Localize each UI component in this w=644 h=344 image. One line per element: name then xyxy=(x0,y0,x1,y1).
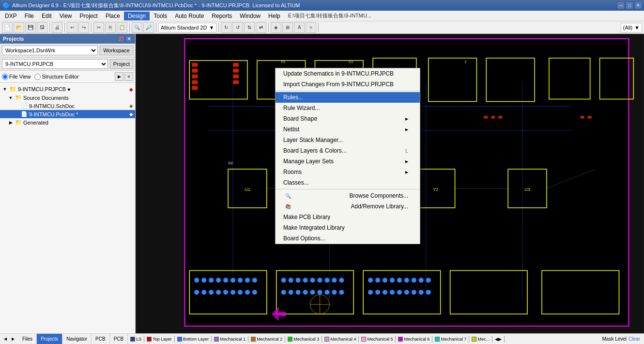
tb-flip2[interactable]: ⇄ xyxy=(256,22,266,33)
menu-window[interactable]: Window xyxy=(236,12,264,20)
layer-tab-bottom[interactable]: Bottom Layer xyxy=(175,336,212,343)
layer-color-ls xyxy=(130,337,135,342)
dd-board-layers[interactable]: Board Layers & Colors... L xyxy=(276,145,420,156)
menu-view[interactable]: View xyxy=(56,12,76,20)
dd-rules[interactable]: Rules... xyxy=(276,92,420,103)
svg-point-36 xyxy=(238,278,243,282)
layer-tab-mech1[interactable]: Mechanical 1 xyxy=(212,336,248,343)
svg-rect-18 xyxy=(233,80,239,84)
menu-tools[interactable]: Tools xyxy=(150,12,171,20)
tb-new[interactable]: 📄 xyxy=(2,22,13,33)
file-view-radio[interactable]: File View xyxy=(2,74,31,80)
view-dropdown[interactable]: Altium Standard 2D ▼ xyxy=(158,23,216,32)
workspace-button[interactable]: Workspace xyxy=(100,46,133,55)
workspace-select[interactable]: Workspace1.DsnWrk xyxy=(2,46,98,55)
dd-netlist[interactable]: Netlist ▶ xyxy=(276,124,420,135)
status-tab-projects[interactable]: Projects xyxy=(37,334,62,344)
menu-edit[interactable]: Edit xyxy=(38,12,56,20)
tb-sep7 xyxy=(268,23,269,32)
tb-undo[interactable]: ↩ xyxy=(67,22,77,33)
dd-update-schematics[interactable]: Update Schematics in 9-INTMCU.PRJPCB xyxy=(276,68,420,79)
dd-rule-wizard[interactable]: Rule Wizard... xyxy=(276,103,420,113)
status-tab-files[interactable]: Files xyxy=(18,334,37,344)
layer-tab-top[interactable]: Top Layer xyxy=(144,336,175,343)
layer-tab-mech4[interactable]: Mechanical 4 xyxy=(322,336,359,343)
tb-flip1[interactable]: ⇅ xyxy=(244,22,255,33)
project-button[interactable]: Project xyxy=(110,59,133,69)
dd-rooms[interactable]: Rooms ▶ xyxy=(276,167,420,177)
menu-help[interactable]: Help xyxy=(264,12,284,20)
tb-text[interactable]: A xyxy=(294,22,305,33)
clear-label[interactable]: Clear xyxy=(629,336,640,342)
menu-reports[interactable]: Reports xyxy=(208,12,236,20)
tb-zoom[interactable]: 🔍 xyxy=(132,22,142,33)
minimize-button[interactable]: ─ xyxy=(617,1,625,9)
tree-source-docs[interactable]: ▼ 📁 Source Documents xyxy=(0,94,135,102)
dd-manage-layer-sets[interactable]: Manage Layer Sets ▶ xyxy=(276,156,420,167)
close-button[interactable]: ✕ xyxy=(634,1,642,9)
tb-zoom2[interactable]: 🔎 xyxy=(143,22,154,33)
tb-save-all[interactable]: 🖫 xyxy=(37,22,47,33)
tb-rotate1[interactable]: ↻ xyxy=(221,22,231,33)
layer-tab-ls[interactable]: LS xyxy=(128,336,144,343)
layer-tab-mech-more[interactable]: Mec... xyxy=(469,336,492,343)
tree-pcbdoc[interactable]: 📄 9-INTMCU.PcbDoc * ◆ xyxy=(0,110,135,118)
tb-print[interactable]: 🖨 xyxy=(52,22,62,33)
tb-redo[interactable]: ↪ xyxy=(78,22,89,33)
tree-prjpcb[interactable]: ▼ 📁 9-INTMCU.PRJPCB ● ◆ xyxy=(0,85,135,94)
tb-component[interactable]: ◈ xyxy=(271,22,281,33)
status-nav-next[interactable]: ▶ xyxy=(10,336,16,343)
tb-wire[interactable]: ⊞ xyxy=(282,22,293,33)
layer-tab-mech7[interactable]: Mechanical 7 xyxy=(432,336,469,343)
dd-make-pcb-library[interactable]: Make PCB Library xyxy=(276,212,420,222)
dd-board-options[interactable]: Board Options... xyxy=(276,233,420,244)
layer-tab-mech2[interactable]: Mechanical 2 xyxy=(248,336,285,343)
svg-point-50 xyxy=(296,278,301,282)
menu-project[interactable]: Project xyxy=(76,12,102,20)
layer-tab-scroll[interactable]: ◀▶ xyxy=(492,336,505,343)
layer-tab-mech5[interactable]: Mechanical 5 xyxy=(359,336,396,343)
tb-cut[interactable]: ✂ xyxy=(93,22,104,33)
menu-design[interactable]: Design xyxy=(124,12,150,20)
project-select[interactable]: 9-INTMCU.PRJPCB xyxy=(2,59,108,69)
svg-point-30 xyxy=(194,278,199,282)
tb-net[interactable]: ≈ xyxy=(306,22,316,33)
file-path: E:\项目七集\转接板合集\9-INTMU... xyxy=(284,11,643,20)
tree-schdoc[interactable]: 📄 9-INTMCU.SchDoc ◆ xyxy=(0,102,135,110)
tb-open[interactable]: 📂 xyxy=(14,22,24,33)
menu-autoroute[interactable]: Auto Route xyxy=(171,12,208,20)
tb-paste[interactable]: 📋 xyxy=(117,22,127,33)
tb-save[interactable]: 💾 xyxy=(25,22,36,33)
svg-rect-101 xyxy=(498,116,502,118)
menu-place[interactable]: Place xyxy=(102,12,124,20)
status-tab-pcb[interactable]: PCB xyxy=(92,334,110,344)
view-icon-2[interactable]: ≡ xyxy=(124,72,133,81)
svg-point-71 xyxy=(404,278,409,282)
dd-board-shape[interactable]: Board Shape ▶ xyxy=(276,113,420,124)
panel-close[interactable]: ✕ xyxy=(125,35,132,42)
dd-browse-components[interactable]: 🔍 Browse Components... xyxy=(276,190,420,201)
menu-dxp[interactable]: DXP xyxy=(1,12,21,20)
dd-import-changes[interactable]: Import Changes From 9-INTMCU.PRJPCB xyxy=(276,79,420,90)
maximize-button[interactable]: □ xyxy=(626,1,633,9)
view-icon-1[interactable]: ▶ xyxy=(115,72,123,81)
panel-pin[interactable]: 📌 xyxy=(118,35,124,42)
filter-dropdown[interactable]: (All) ▼ xyxy=(621,23,642,32)
structure-editor-radio[interactable]: Structure Editor xyxy=(34,74,78,80)
status-tabs: Files Projects Navigator PCB PCB xyxy=(18,334,128,344)
tree-generated[interactable]: ▶ 📁 Generated xyxy=(0,118,135,126)
layer-tab-mech3[interactable]: Mechanical 3 xyxy=(285,336,322,343)
status-tab-navigator[interactable]: Navigator xyxy=(62,334,92,344)
status-right: Mask Level Clear xyxy=(598,336,644,342)
dd-layer-stack[interactable]: Layer Stack Manager... xyxy=(276,135,420,145)
status-nav-prev[interactable]: ◀ xyxy=(2,336,9,343)
status-tab-pcb2[interactable]: PCB xyxy=(110,334,128,344)
dd-make-integrated-library[interactable]: Make Integrated Library xyxy=(276,222,420,233)
menu-file[interactable]: File xyxy=(21,12,38,20)
dd-add-remove-library[interactable]: 📚 Add/Remove Library... xyxy=(276,201,420,212)
dd-classes[interactable]: Classes... xyxy=(276,177,420,188)
tb-sep8 xyxy=(318,23,319,32)
layer-tab-mech6[interactable]: Mechanical 6 xyxy=(396,336,432,343)
tb-rotate2[interactable]: ↺ xyxy=(232,22,243,33)
tb-copy[interactable]: ⎘ xyxy=(105,22,116,33)
